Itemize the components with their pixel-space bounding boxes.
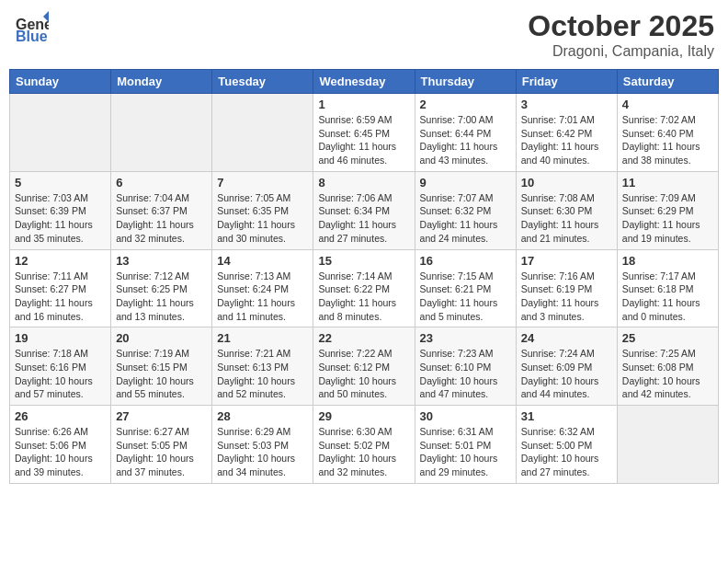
day-info: Sunrise: 7:23 AM Sunset: 6:10 PM Dayligh…: [420, 347, 511, 401]
day-number: 28: [217, 409, 308, 423]
day-info: Sunrise: 7:03 AM Sunset: 6:39 PM Dayligh…: [15, 191, 106, 246]
day-info: Sunrise: 6:32 AM Sunset: 5:00 PM Dayligh…: [521, 425, 612, 479]
day-info: Sunrise: 7:07 AM Sunset: 6:32 PM Dayligh…: [420, 191, 511, 246]
day-info: Sunrise: 7:24 AM Sunset: 6:09 PM Dayligh…: [521, 347, 612, 401]
calendar-cell: 10Sunrise: 7:08 AM Sunset: 6:30 PM Dayli…: [516, 171, 617, 249]
day-number: 29: [318, 409, 409, 423]
day-number: 1: [318, 98, 409, 111]
weekday-header-cell: Tuesday: [212, 70, 313, 94]
calendar-cell: 9Sunrise: 7:07 AM Sunset: 6:32 PM Daylig…: [415, 171, 516, 249]
day-info: Sunrise: 7:15 AM Sunset: 6:21 PM Dayligh…: [420, 270, 511, 324]
logo: General Blue: [14, 9, 49, 44]
day-number: 18: [622, 254, 713, 268]
day-number: 15: [318, 254, 409, 268]
day-number: 13: [116, 254, 207, 268]
calendar-cell: 12Sunrise: 7:11 AM Sunset: 6:27 PM Dayli…: [10, 249, 111, 327]
day-number: 23: [420, 331, 511, 345]
logo-icon: General Blue: [14, 9, 49, 44]
day-info: Sunrise: 7:22 AM Sunset: 6:12 PM Dayligh…: [318, 347, 409, 401]
day-number: 30: [420, 409, 511, 423]
weekday-header-cell: Monday: [111, 70, 212, 94]
day-info: Sunrise: 7:06 AM Sunset: 6:34 PM Dayligh…: [318, 191, 409, 246]
day-info: Sunrise: 7:02 AM Sunset: 6:40 PM Dayligh…: [622, 113, 713, 167]
calendar-cell: 22Sunrise: 7:22 AM Sunset: 6:12 PM Dayli…: [313, 327, 415, 406]
calendar-cell: 24Sunrise: 7:24 AM Sunset: 6:09 PM Dayli…: [516, 327, 617, 406]
day-number: 10: [521, 176, 612, 190]
calendar-cell: 17Sunrise: 7:16 AM Sunset: 6:19 PM Dayli…: [516, 249, 617, 327]
calendar-cell: 6Sunrise: 7:04 AM Sunset: 6:37 PM Daylig…: [111, 171, 212, 249]
calendar-cell: 1Sunrise: 6:59 AM Sunset: 6:45 PM Daylig…: [313, 94, 415, 172]
day-info: Sunrise: 7:18 AM Sunset: 6:16 PM Dayligh…: [15, 347, 106, 401]
day-info: Sunrise: 7:21 AM Sunset: 6:13 PM Dayligh…: [217, 347, 308, 401]
weekday-header-cell: Sunday: [10, 70, 111, 94]
month-title: October 2025: [528, 9, 714, 43]
calendar-cell: 8Sunrise: 7:06 AM Sunset: 6:34 PM Daylig…: [313, 171, 415, 249]
calendar-cell: 19Sunrise: 7:18 AM Sunset: 6:16 PM Dayli…: [10, 327, 111, 406]
day-info: Sunrise: 6:27 AM Sunset: 5:05 PM Dayligh…: [116, 425, 207, 479]
day-info: Sunrise: 7:00 AM Sunset: 6:44 PM Dayligh…: [420, 113, 511, 167]
day-number: 5: [15, 176, 106, 190]
calendar-week-row: 1Sunrise: 6:59 AM Sunset: 6:45 PM Daylig…: [10, 94, 719, 172]
calendar-cell: [10, 94, 111, 172]
calendar-cell: 11Sunrise: 7:09 AM Sunset: 6:29 PM Dayli…: [617, 171, 718, 249]
day-info: Sunrise: 6:30 AM Sunset: 5:02 PM Dayligh…: [318, 425, 409, 479]
calendar-table: SundayMondayTuesdayWednesdayThursdayFrid…: [9, 69, 719, 484]
title-block: October 2025 Dragoni, Campania, Italy: [528, 9, 714, 60]
calendar-cell: 30Sunrise: 6:31 AM Sunset: 5:01 PM Dayli…: [415, 406, 516, 484]
day-number: 11: [622, 176, 713, 190]
calendar-cell: 3Sunrise: 7:01 AM Sunset: 6:42 PM Daylig…: [516, 94, 617, 172]
day-info: Sunrise: 7:05 AM Sunset: 6:35 PM Dayligh…: [217, 191, 308, 246]
day-number: 7: [217, 176, 308, 190]
weekday-header-cell: Saturday: [617, 70, 718, 94]
calendar-cell: 15Sunrise: 7:14 AM Sunset: 6:22 PM Dayli…: [313, 249, 415, 327]
day-number: 20: [116, 331, 207, 345]
calendar-cell: 20Sunrise: 7:19 AM Sunset: 6:15 PM Dayli…: [111, 327, 212, 406]
day-info: Sunrise: 7:04 AM Sunset: 6:37 PM Dayligh…: [116, 191, 207, 246]
page-header: General Blue October 2025 Dragoni, Campa…: [9, 9, 719, 60]
day-number: 8: [318, 176, 409, 190]
day-number: 16: [420, 254, 511, 268]
day-info: Sunrise: 6:59 AM Sunset: 6:45 PM Dayligh…: [318, 113, 409, 167]
day-number: 6: [116, 176, 207, 190]
day-info: Sunrise: 7:17 AM Sunset: 6:18 PM Dayligh…: [622, 270, 713, 324]
weekday-header-cell: Thursday: [415, 70, 516, 94]
calendar-cell: 5Sunrise: 7:03 AM Sunset: 6:39 PM Daylig…: [10, 171, 111, 249]
calendar-cell: [111, 94, 212, 172]
day-number: 24: [521, 331, 612, 345]
day-info: Sunrise: 7:09 AM Sunset: 6:29 PM Dayligh…: [622, 191, 713, 246]
day-number: 26: [15, 409, 106, 423]
calendar-body: 1Sunrise: 6:59 AM Sunset: 6:45 PM Daylig…: [10, 94, 719, 484]
weekday-header-row: SundayMondayTuesdayWednesdayThursdayFrid…: [10, 70, 719, 94]
calendar-cell: 2Sunrise: 7:00 AM Sunset: 6:44 PM Daylig…: [415, 94, 516, 172]
calendar-week-row: 26Sunrise: 6:26 AM Sunset: 5:06 PM Dayli…: [10, 406, 719, 484]
day-info: Sunrise: 7:25 AM Sunset: 6:08 PM Dayligh…: [622, 347, 713, 401]
day-info: Sunrise: 7:12 AM Sunset: 6:25 PM Dayligh…: [116, 270, 207, 324]
day-number: 22: [318, 331, 409, 345]
calendar-cell: 14Sunrise: 7:13 AM Sunset: 6:24 PM Dayli…: [212, 249, 313, 327]
day-number: 25: [622, 331, 713, 345]
calendar-cell: 31Sunrise: 6:32 AM Sunset: 5:00 PM Dayli…: [516, 406, 617, 484]
calendar-cell: 13Sunrise: 7:12 AM Sunset: 6:25 PM Dayli…: [111, 249, 212, 327]
weekday-header-cell: Wednesday: [313, 70, 415, 94]
day-info: Sunrise: 7:01 AM Sunset: 6:42 PM Dayligh…: [521, 113, 612, 167]
day-info: Sunrise: 7:11 AM Sunset: 6:27 PM Dayligh…: [15, 270, 106, 324]
calendar-cell: 7Sunrise: 7:05 AM Sunset: 6:35 PM Daylig…: [212, 171, 313, 249]
calendar-cell: 26Sunrise: 6:26 AM Sunset: 5:06 PM Dayli…: [10, 406, 111, 484]
calendar-cell: 4Sunrise: 7:02 AM Sunset: 6:40 PM Daylig…: [617, 94, 718, 172]
calendar-week-row: 12Sunrise: 7:11 AM Sunset: 6:27 PM Dayli…: [10, 249, 719, 327]
day-number: 12: [15, 254, 106, 268]
day-info: Sunrise: 7:19 AM Sunset: 6:15 PM Dayligh…: [116, 347, 207, 401]
calendar-cell: 29Sunrise: 6:30 AM Sunset: 5:02 PM Dayli…: [313, 406, 415, 484]
calendar-cell: 25Sunrise: 7:25 AM Sunset: 6:08 PM Dayli…: [617, 327, 718, 406]
day-info: Sunrise: 6:31 AM Sunset: 5:01 PM Dayligh…: [420, 425, 511, 479]
calendar-week-row: 5Sunrise: 7:03 AM Sunset: 6:39 PM Daylig…: [10, 171, 719, 249]
day-number: 17: [521, 254, 612, 268]
svg-text:Blue: Blue: [16, 29, 48, 44]
day-info: Sunrise: 7:16 AM Sunset: 6:19 PM Dayligh…: [521, 270, 612, 324]
day-info: Sunrise: 7:13 AM Sunset: 6:24 PM Dayligh…: [217, 270, 308, 324]
day-number: 19: [15, 331, 106, 345]
calendar-cell: [212, 94, 313, 172]
day-number: 31: [521, 409, 612, 423]
weekday-header-cell: Friday: [516, 70, 617, 94]
location-title: Dragoni, Campania, Italy: [528, 43, 714, 60]
